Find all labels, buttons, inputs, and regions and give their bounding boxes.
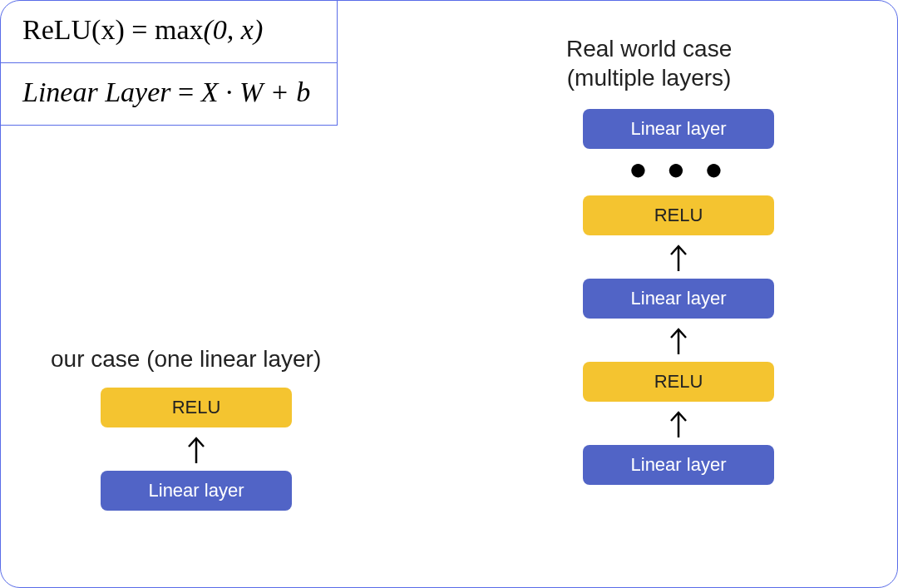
left-network-stack: Linear layer RELU <box>101 388 292 511</box>
caption-our-case: our case (one linear layer) <box>51 346 321 373</box>
formula-table: ReLU(x) = max(0, x) Linear Layer = X · W… <box>1 1 338 126</box>
caption-real-world-line1: Real world case <box>566 36 732 62</box>
relu-block: RELU <box>101 388 292 427</box>
formula-relu-lhs: ReLU(x) <box>22 14 125 45</box>
ellipsis-dots: ● ● ● <box>629 156 728 187</box>
formula-linear-lhs: Linear Layer <box>22 77 171 107</box>
linear-layer-block: Linear layer <box>583 109 774 149</box>
arrow-up-icon <box>668 324 689 357</box>
diagram-frame: ReLU(x) = max(0, x) Linear Layer = X · W… <box>0 0 898 588</box>
formula-relu-args: (0, x) <box>203 14 263 45</box>
caption-real-world-line2: (multiple layers) <box>567 65 732 91</box>
linear-layer-block: Linear layer <box>583 279 774 319</box>
right-network-stack: Linear layer RELU Linear layer RELU ● ● … <box>583 109 774 485</box>
linear-layer-block: Linear layer <box>583 445 774 485</box>
arrow-up-icon <box>185 432 207 466</box>
linear-layer-block: Linear layer <box>101 471 292 511</box>
formula-relu-op: max <box>155 14 204 45</box>
formula-linear: Linear Layer = X · W + b <box>1 63 337 125</box>
formula-linear-rhs: X · W + b <box>201 77 311 107</box>
caption-real-world: Real world case (multiple layers) <box>566 34 732 92</box>
arrow-up-icon <box>668 407 689 440</box>
relu-block: RELU <box>583 195 774 235</box>
relu-block: RELU <box>583 362 774 402</box>
formula-relu: ReLU(x) = max(0, x) <box>1 1 337 63</box>
arrow-up-icon <box>668 240 689 274</box>
